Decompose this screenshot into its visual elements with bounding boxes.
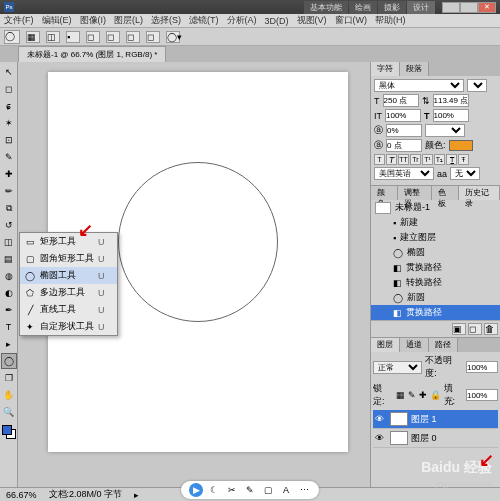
text-icon[interactable]: A [279, 483, 293, 497]
menu-layer[interactable]: 图层(L) [114, 14, 143, 27]
tab-character[interactable]: 字符 [371, 62, 400, 76]
visibility-icon[interactable]: 👁 [375, 433, 387, 443]
dodge-tool-icon[interactable]: ◐ [1, 285, 17, 301]
menu-analysis[interactable]: 分析(A) [227, 14, 257, 27]
flyout-rounded-rect[interactable]: ▢ 圆角矩形工具 U [20, 250, 117, 267]
type-tool-icon[interactable]: T [1, 319, 17, 335]
path-select-tool-icon[interactable]: ▸ [1, 336, 17, 352]
eyedropper-tool-icon[interactable]: ✎ [1, 149, 17, 165]
workspace-design[interactable]: 设计 [407, 1, 435, 14]
marquee-tool-icon[interactable]: ◻ [1, 81, 17, 97]
move-tool-icon[interactable]: ↖ [1, 64, 17, 80]
tab-history[interactable]: 历史记录 [459, 186, 500, 200]
history-step[interactable]: ◯ 新圆 [371, 290, 500, 305]
pen-tool-icon[interactable]: ✒ [1, 302, 17, 318]
color-swatches[interactable] [0, 425, 17, 445]
blend-mode-select[interactable]: 正常 [373, 361, 422, 374]
underline-button[interactable]: T̲ [446, 154, 457, 165]
strikethrough-button[interactable]: Ŧ [458, 154, 469, 165]
document-tab[interactable]: 未标题-1 @ 66.7% (图层 1, RGB/8) * [18, 46, 166, 62]
history-step[interactable]: ▪ 建立图层 [371, 230, 500, 245]
menu-window[interactable]: 窗口(W) [335, 14, 368, 27]
eraser-tool-icon[interactable]: ◫ [1, 234, 17, 250]
status-chevron-icon[interactable]: ▸ [134, 490, 139, 500]
scale-v-input[interactable] [433, 109, 469, 122]
minimize-button[interactable]: — [442, 2, 460, 13]
visibility-icon[interactable]: 👁 [375, 414, 387, 424]
blur-tool-icon[interactable]: ◍ [1, 268, 17, 284]
subscript-button[interactable]: T₁ [434, 154, 445, 165]
menu-select[interactable]: 选择(S) [151, 14, 181, 27]
flyout-polygon[interactable]: ⬠ 多边形工具 U [20, 284, 117, 301]
foreground-color-swatch[interactable] [2, 425, 12, 435]
flyout-custom-shape[interactable]: ✦ 自定形状工具 U [20, 318, 117, 335]
workspace-basic[interactable]: 基本功能 [304, 1, 348, 14]
fill-pixels-icon[interactable]: ▪ [66, 31, 80, 43]
crop-tool-icon[interactable]: ⊡ [1, 132, 17, 148]
history-snapshot[interactable]: 未标题-1 [371, 200, 500, 215]
close-button[interactable]: ✕ [478, 2, 496, 13]
document-size[interactable]: 文档:2.08M/0 字节 [49, 488, 123, 501]
layer-item[interactable]: 👁 图层 0 [373, 429, 498, 448]
snapshot-button[interactable]: ▣ [452, 323, 466, 335]
menu-view[interactable]: 视图(V) [297, 14, 327, 27]
history-step-current[interactable]: ◧ 贯换路径 [371, 305, 500, 320]
ellipse-path[interactable] [118, 162, 278, 322]
zoom-tool-icon[interactable]: 🔍 [1, 404, 17, 420]
3d-tool-icon[interactable]: ❐ [1, 370, 17, 386]
antialias-select[interactable]: 无 [450, 167, 480, 180]
fill-input[interactable] [466, 389, 498, 401]
scissors-icon[interactable]: ✂ [225, 483, 239, 497]
font-family-select[interactable]: 黑体 [374, 79, 464, 92]
path-subtract-icon[interactable]: ◻ [106, 31, 120, 43]
tab-layers[interactable]: 图层 [371, 338, 400, 352]
font-size-input[interactable] [383, 94, 419, 107]
stamp-tool-icon[interactable]: ⧉ [1, 200, 17, 216]
shape-layers-icon[interactable]: ▦ [26, 31, 40, 43]
workspace-photo[interactable]: 摄影 [378, 1, 406, 14]
path-intersect-icon[interactable]: ◻ [126, 31, 140, 43]
scale-h-input[interactable] [385, 109, 421, 122]
workspace-painting[interactable]: 绘画 [349, 1, 377, 14]
lock-pixels-icon[interactable]: ▦ [396, 390, 405, 400]
menu-image[interactable]: 图像(I) [80, 14, 107, 27]
gradient-tool-icon[interactable]: ▤ [1, 251, 17, 267]
caps-button[interactable]: TT [398, 154, 409, 165]
shape-tool-icon[interactable]: ◯ [1, 353, 17, 369]
ellipsis-icon[interactable]: ⋯ [297, 483, 311, 497]
menu-edit[interactable]: 编辑(E) [42, 14, 72, 27]
history-step[interactable]: ◯ 椭圆 [371, 245, 500, 260]
hand-tool-icon[interactable]: ✋ [1, 387, 17, 403]
flyout-rectangle[interactable]: ▭ 矩形工具 U [20, 233, 117, 250]
tab-channels[interactable]: 通道 [400, 338, 429, 352]
moon-icon[interactable]: ☾ [207, 483, 221, 497]
menu-filter[interactable]: 滤镜(T) [189, 14, 219, 27]
tab-paragraph[interactable]: 段落 [400, 62, 429, 76]
language-select[interactable]: 美国英语 [374, 167, 434, 180]
tab-swatches[interactable]: 色板 [432, 186, 459, 200]
tab-color[interactable]: 颜色 [371, 186, 398, 200]
new-snapshot-button[interactable]: ◻ [468, 323, 482, 335]
magic-wand-tool-icon[interactable]: ✶ [1, 115, 17, 131]
kern-input[interactable] [386, 139, 422, 152]
delete-step-button[interactable]: 🗑 [484, 323, 498, 335]
tab-paths[interactable]: 路径 [429, 338, 458, 352]
lock-icon[interactable]: 🔒 [430, 390, 441, 400]
lock-all-icon[interactable]: ✚ [419, 390, 427, 400]
text-color-swatch[interactable] [449, 140, 473, 151]
menu-help[interactable]: 帮助(H) [375, 14, 406, 27]
play-icon[interactable]: ▶ [189, 483, 203, 497]
maximize-button[interactable]: ▭ [460, 2, 478, 13]
superscript-button[interactable]: T¹ [422, 154, 433, 165]
pencil-icon[interactable]: ✎ [243, 483, 257, 497]
kerning-select[interactable] [425, 124, 465, 137]
bold-button[interactable]: T [374, 154, 385, 165]
history-step[interactable]: ▪ 新建 [371, 215, 500, 230]
path-exclude-icon[interactable]: ◻ [146, 31, 160, 43]
healing-tool-icon[interactable]: ✚ [1, 166, 17, 182]
shape-options-icon[interactable]: ◯▾ [166, 31, 180, 43]
square-icon[interactable]: ▢ [261, 483, 275, 497]
lasso-tool-icon[interactable]: ɕ [1, 98, 17, 114]
history-step[interactable]: ◧ 贯换路径 [371, 260, 500, 275]
tool-preset-icon[interactable]: ◯ [4, 30, 20, 44]
